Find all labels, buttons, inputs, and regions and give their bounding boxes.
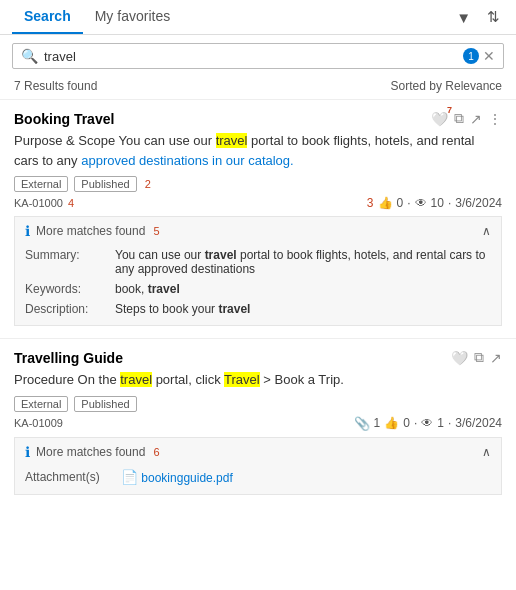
match-value-summary: You can use our travel portal to book fl…	[115, 248, 491, 276]
more-matches-toggle[interactable]: ℹ More matches found 5 ∧	[25, 223, 491, 239]
highlight-travel-3: Travel	[224, 372, 260, 387]
approved-link[interactable]: approved destinations in our catalog.	[81, 153, 293, 168]
tag-external: External	[14, 176, 68, 192]
copy-icon: ⧉	[454, 110, 464, 126]
tags-row: External Published 2	[14, 176, 502, 192]
ka-stats: 3 👍 0 · 👁 10 · 3/6/2024	[367, 196, 502, 210]
card-title-row-2: Travelling Guide 🤍 ⧉ ↗	[14, 349, 502, 366]
match-value-description: Steps to book your travel	[115, 302, 250, 316]
card-body-2: Procedure On the travel portal, click Tr…	[14, 370, 502, 390]
highlight-travel-1: travel	[216, 133, 248, 148]
clip-count: 1	[374, 416, 381, 430]
sort-button[interactable]: ⇅	[483, 6, 504, 28]
ka-row-2: KA-01009 📎 1 👍 0 · 👁 1 · 3/6/2024	[14, 416, 502, 431]
more-matches-label: More matches found	[36, 224, 145, 238]
match-value-keywords: book, travel	[115, 282, 180, 296]
search-box: 🔍 1 ✕	[12, 43, 504, 69]
matches-row-summary: Summary: You can use our travel portal t…	[25, 245, 491, 279]
ka-id-2: KA-01009	[14, 417, 63, 429]
match-label-description: Description:	[25, 302, 115, 316]
results-meta: 7 Results found Sorted by Relevance	[0, 77, 516, 99]
like-icon: 👍	[378, 196, 393, 210]
export-button[interactable]: ↗	[470, 111, 482, 127]
tab-search[interactable]: Search	[12, 0, 83, 34]
tab-actions: ▼ ⇅	[452, 6, 504, 28]
matches-table-2: Attachment(s) 📄 bookingguide.pdf	[25, 466, 491, 488]
tab-bar: Search My favorites ▼ ⇅	[0, 0, 516, 35]
like-count-2: 0	[403, 416, 410, 430]
heart-icon: 🤍	[431, 111, 448, 127]
card-title: Booking Travel	[14, 111, 114, 127]
card-title-2: Travelling Guide	[14, 350, 123, 366]
search-badge: 1	[463, 48, 479, 64]
heart-icon-2: 🤍	[451, 350, 468, 366]
view-icon-2: 👁	[421, 416, 433, 430]
like-count: 0	[397, 196, 404, 210]
copy-icon-2: ⧉	[474, 349, 484, 365]
info-icon-2: ℹ	[25, 444, 30, 460]
card-body: Purpose & Scope You can use our travel p…	[14, 131, 502, 170]
chevron-up-icon: ∧	[482, 224, 491, 238]
ka-number-badge: 4	[68, 197, 74, 209]
card-title-row: Booking Travel 🤍 7 ⧉ ↗ ⋮	[14, 110, 502, 127]
tags-row-2: External Published	[14, 396, 502, 412]
search-clear-button[interactable]: ✕	[483, 48, 495, 64]
info-icon: ℹ	[25, 223, 30, 239]
date-2: 3/6/2024	[455, 416, 502, 430]
view-count: 10	[431, 196, 444, 210]
heart-badge: 7	[447, 105, 452, 115]
match-label-attachment: Attachment(s)	[25, 470, 115, 484]
matches-table: Summary: You can use our travel portal t…	[25, 245, 491, 319]
matches-badge-2: 6	[153, 446, 159, 458]
more-button[interactable]: ⋮	[488, 111, 502, 127]
more-matches-section: ℹ More matches found 5 ∧ Summary: You ca…	[14, 216, 502, 326]
result-card-travelling-guide: Travelling Guide 🤍 ⧉ ↗ Procedure On the …	[0, 338, 516, 503]
matches-row-keywords: Keywords: book, travel	[25, 279, 491, 299]
match-label-keywords: Keywords:	[25, 282, 115, 296]
tag-published-2: Published	[74, 396, 136, 412]
matches-badge: 5	[153, 225, 159, 237]
more-matches-section-2: ℹ More matches found 6 ∧ Attachment(s) 📄…	[14, 437, 502, 495]
attachment-row: Attachment(s) 📄 bookingguide.pdf	[25, 466, 491, 488]
attachment-filename[interactable]: bookingguide.pdf	[141, 471, 232, 485]
date: 3/6/2024	[455, 196, 502, 210]
pdf-icon: 📄	[121, 469, 138, 485]
favorite-button[interactable]: 🤍 7	[431, 111, 448, 127]
export-icon: ↗	[470, 111, 482, 127]
search-input[interactable]	[44, 49, 459, 64]
export-button-2[interactable]: ↗	[490, 350, 502, 366]
card-actions-2: 🤍 ⧉ ↗	[451, 349, 502, 366]
favorite-button-2[interactable]: 🤍	[451, 350, 468, 366]
like-icon-2: 👍	[384, 416, 399, 430]
highlight-travel-2: travel	[120, 372, 152, 387]
copy-button-2[interactable]: ⧉	[474, 349, 484, 366]
copy-button[interactable]: ⧉	[454, 110, 464, 127]
view-icon: 👁	[415, 196, 427, 210]
results-count: 7 Results found	[14, 79, 97, 93]
tag-external-2: External	[14, 396, 68, 412]
sorted-by: Sorted by Relevance	[391, 79, 502, 93]
filter-button[interactable]: ▼	[452, 7, 475, 28]
view-count-2: 1	[437, 416, 444, 430]
search-icon: 🔍	[21, 48, 38, 64]
export-icon-2: ↗	[490, 350, 502, 366]
result-card-booking-travel: Booking Travel 🤍 7 ⧉ ↗ ⋮ Purpose & Scope…	[0, 99, 516, 334]
tag-number: 2	[145, 178, 151, 190]
chevron-up-icon-2: ∧	[482, 445, 491, 459]
more-matches-label-2: More matches found	[36, 445, 145, 459]
matches-row-description: Description: Steps to book your travel	[25, 299, 491, 319]
match-value-attachment: 📄 bookingguide.pdf	[121, 469, 233, 485]
stats-number: 3	[367, 196, 374, 210]
card-actions: 🤍 7 ⧉ ↗ ⋮	[431, 110, 502, 127]
more-matches-toggle-2[interactable]: ℹ More matches found 6 ∧	[25, 444, 491, 460]
clip-icon: 📎	[354, 416, 370, 431]
ka-row: KA-01000 4 3 👍 0 · 👁 10 · 3/6/2024	[14, 196, 502, 210]
ka-id: KA-01000 4	[14, 197, 74, 209]
tab-favorites[interactable]: My favorites	[83, 0, 182, 34]
ka-stats-2: 📎 1 👍 0 · 👁 1 · 3/6/2024	[354, 416, 502, 431]
more-icon: ⋮	[488, 111, 502, 127]
match-label-summary: Summary:	[25, 248, 115, 276]
tag-published: Published	[74, 176, 136, 192]
